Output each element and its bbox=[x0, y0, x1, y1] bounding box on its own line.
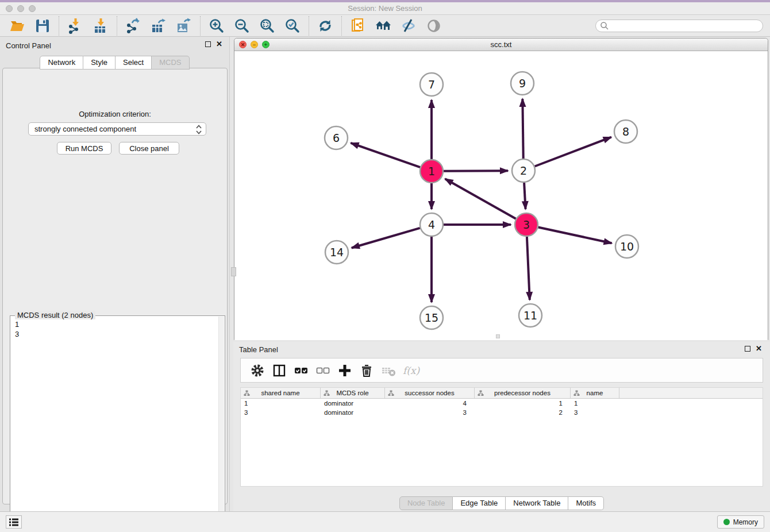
tab-node-table[interactable]: Node Table bbox=[399, 496, 453, 510]
edge-2-9[interactable] bbox=[522, 99, 523, 159]
task-history-button[interactable] bbox=[6, 515, 22, 529]
svg-text:15: 15 bbox=[425, 311, 438, 324]
edge-3-1[interactable] bbox=[445, 179, 516, 218]
run-mcds-button[interactable]: Run MCDS bbox=[57, 142, 111, 155]
mcds-result-box: MCDS result (2 nodes) 1 3 bbox=[10, 315, 225, 530]
cell-successor-nodes[interactable]: 4 bbox=[385, 400, 475, 407]
graph-node-3[interactable]: 3 bbox=[515, 213, 538, 236]
column-header-name[interactable]: name bbox=[571, 388, 619, 398]
edge-2-8[interactable] bbox=[535, 137, 611, 167]
graph-node-4[interactable]: 4 bbox=[420, 213, 443, 236]
cell-name[interactable]: 1 bbox=[571, 400, 619, 407]
cell-MCDS-role[interactable]: dominator bbox=[321, 400, 385, 407]
node-table[interactable]: shared nameMCDS rolesuccessor nodesprede… bbox=[240, 387, 763, 487]
graph-node-10[interactable]: 10 bbox=[615, 235, 638, 258]
network-window-titlebar[interactable]: ✕ − + scc.txt bbox=[234, 38, 768, 51]
tab-mcds[interactable]: MCDS bbox=[152, 56, 189, 70]
edge-1-6[interactable] bbox=[351, 143, 420, 167]
search-input[interactable] bbox=[595, 20, 763, 32]
main-toolbar bbox=[0, 15, 770, 37]
column-header-MCDS-role[interactable]: MCDS role bbox=[321, 388, 385, 398]
edge-4-14[interactable] bbox=[352, 228, 420, 248]
mcds-result-text[interactable]: 1 3 bbox=[15, 319, 19, 339]
home-icon[interactable] bbox=[375, 17, 392, 34]
tab-motifs[interactable]: Motifs bbox=[568, 496, 604, 510]
cell-successor-nodes[interactable]: 3 bbox=[385, 409, 475, 416]
zoom-out-icon[interactable] bbox=[233, 17, 251, 34]
edge-1-2[interactable] bbox=[444, 171, 508, 171]
canvas-resize-handle[interactable] bbox=[496, 334, 500, 338]
edge-2-3[interactable] bbox=[524, 183, 525, 209]
select-all-checks-icon[interactable] bbox=[292, 362, 310, 379]
svg-text:4: 4 bbox=[428, 218, 435, 231]
column-header-successor-nodes[interactable]: successor nodes bbox=[385, 388, 475, 398]
apply-layout-icon[interactable] bbox=[317, 17, 334, 34]
close-panel-button[interactable]: Close panel bbox=[119, 142, 179, 155]
tab-network[interactable]: Network bbox=[40, 56, 83, 70]
show-panel-eye-icon[interactable] bbox=[425, 17, 442, 34]
tab-style[interactable]: Style bbox=[83, 56, 116, 70]
panel-divider-grip[interactable] bbox=[231, 267, 236, 276]
graph-node-6[interactable]: 6 bbox=[325, 126, 348, 149]
deselect-all-checks-icon[interactable] bbox=[314, 362, 332, 379]
memory-button[interactable]: Memory bbox=[717, 515, 764, 529]
delete-table-icon[interactable] bbox=[380, 362, 397, 379]
list-icon bbox=[9, 518, 19, 527]
column-header-shared-name[interactable]: shared name bbox=[241, 388, 321, 398]
float-panel-icon[interactable] bbox=[205, 41, 211, 47]
zoom-in-icon[interactable] bbox=[208, 17, 225, 34]
graph-node-14[interactable]: 14 bbox=[325, 241, 348, 264]
toolbar-separator bbox=[200, 16, 201, 36]
table-row[interactable]: 3dominator323 bbox=[241, 408, 763, 417]
cell-MCDS-role[interactable]: dominator bbox=[321, 409, 385, 416]
svg-text:10: 10 bbox=[620, 240, 634, 253]
result-scrollbar[interactable] bbox=[218, 317, 224, 526]
tab-edge-table[interactable]: Edge Table bbox=[453, 496, 506, 510]
column-header-predecessor-nodes[interactable]: predecessor nodes bbox=[475, 388, 571, 398]
export-table-icon[interactable] bbox=[150, 17, 167, 34]
graph-node-7[interactable]: 7 bbox=[420, 73, 443, 96]
hide-panel-eye-icon[interactable] bbox=[400, 17, 417, 34]
show-columns-icon[interactable] bbox=[271, 362, 288, 379]
search-icon bbox=[600, 21, 609, 30]
network-graph[interactable]: 7968124314101511 bbox=[234, 51, 768, 340]
network-view-window: ✕ − + scc.txt 7968124314101511 bbox=[234, 38, 768, 340]
cell-name[interactable]: 3 bbox=[571, 409, 619, 416]
network-canvas[interactable]: 7968124314101511 bbox=[234, 51, 768, 340]
open-folder-icon[interactable] bbox=[9, 17, 26, 34]
import-table-icon[interactable] bbox=[92, 17, 109, 34]
cell-shared-name[interactable]: 1 bbox=[241, 400, 321, 407]
save-session-icon[interactable] bbox=[34, 17, 51, 34]
close-panel-icon[interactable]: ✕ bbox=[216, 41, 222, 47]
close-table-panel-icon[interactable]: ✕ bbox=[756, 346, 762, 352]
import-network-icon[interactable] bbox=[67, 17, 84, 34]
graph-node-15[interactable]: 15 bbox=[420, 306, 443, 329]
table-row[interactable]: 1dominator411 bbox=[241, 399, 763, 408]
delete-column-trash-icon[interactable] bbox=[358, 362, 375, 379]
graph-node-8[interactable]: 8 bbox=[614, 120, 637, 143]
zoom-selected-icon[interactable] bbox=[284, 17, 301, 34]
tab-network-table[interactable]: Network Table bbox=[506, 496, 568, 510]
table-panel: Table Panel ✕ bbox=[233, 342, 770, 511]
graph-node-2[interactable]: 2 bbox=[512, 159, 535, 182]
cell-predecessor-nodes[interactable]: 1 bbox=[475, 400, 571, 407]
add-column-icon[interactable] bbox=[336, 362, 353, 379]
export-network-icon[interactable] bbox=[125, 17, 142, 34]
network-file-icon[interactable] bbox=[349, 17, 367, 34]
cell-predecessor-nodes[interactable]: 2 bbox=[475, 409, 571, 416]
graph-node-9[interactable]: 9 bbox=[511, 72, 534, 95]
edge-3-11[interactable] bbox=[527, 237, 530, 300]
edge-3-10[interactable] bbox=[538, 227, 612, 243]
graph-node-11[interactable]: 11 bbox=[519, 304, 542, 327]
criterion-select[interactable]: strongly connected component bbox=[28, 122, 206, 136]
export-image-icon[interactable] bbox=[175, 17, 192, 34]
tab-select[interactable]: Select bbox=[116, 56, 152, 70]
select-stepper-icon bbox=[195, 125, 202, 136]
table-options-gear-icon[interactable] bbox=[249, 362, 266, 379]
graph-node-1[interactable]: 1 bbox=[420, 160, 443, 183]
apply-function-fx-icon[interactable]: f(x) bbox=[403, 365, 419, 376]
zoom-fit-icon[interactable] bbox=[259, 17, 276, 34]
cell-shared-name[interactable]: 3 bbox=[241, 409, 321, 416]
float-table-panel-icon[interactable] bbox=[745, 346, 750, 352]
control-panel-tabs: NetworkStyleSelectMCDS bbox=[0, 56, 229, 70]
